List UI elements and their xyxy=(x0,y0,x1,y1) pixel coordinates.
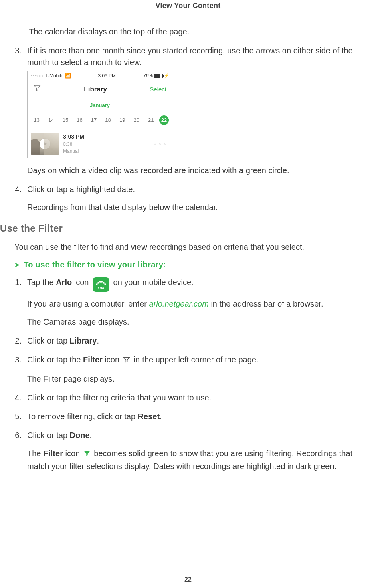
battery-icon xyxy=(154,74,163,78)
list-text: If it is more than one month since you s… xyxy=(27,45,364,68)
day-cell-active[interactable]: 22 xyxy=(159,115,169,125)
carrier-label: T-Mobile xyxy=(45,73,63,79)
video-thumbnail[interactable] xyxy=(31,133,59,155)
wifi-icon: 📶 xyxy=(65,73,71,79)
list-number: 4. xyxy=(12,184,27,195)
list-text: Days on which a video clip was recorded … xyxy=(27,165,364,176)
list-item: 6. Click or tap Done. The Filter icon be… xyxy=(12,430,364,472)
list-number: 5. xyxy=(12,411,27,422)
clip-duration: 0:38 xyxy=(63,141,84,148)
day-cell[interactable]: 16 xyxy=(74,117,86,124)
clip-time: 3:03 PM xyxy=(63,133,84,141)
day-cell[interactable]: 19 xyxy=(116,117,128,124)
day-cell[interactable]: 18 xyxy=(102,117,114,124)
list-text: Click or tap the Filter icon in the uppe… xyxy=(27,354,364,367)
task-heading: ➤ To use the filter to view your library… xyxy=(14,260,364,269)
day-cell[interactable]: 15 xyxy=(59,117,71,124)
page-header: View Your Content xyxy=(12,0,364,10)
list-number: 1. xyxy=(12,277,27,288)
chevron-right-icon: ➤ xyxy=(14,262,20,268)
screen-title: Library xyxy=(84,85,107,95)
list-number: 6. xyxy=(12,430,27,441)
list-number: 3. xyxy=(12,354,27,366)
more-icon[interactable]: ○ ○ ○ xyxy=(154,141,169,147)
list-text: To remove filtering, click or tap Reset. xyxy=(27,411,364,422)
list-item: 1. Tap the Arlo icon arlo on your mobile… xyxy=(12,277,364,328)
signal-dots-icon: •••○○ xyxy=(31,73,44,79)
battery-percent: 76% xyxy=(143,73,153,79)
screenshot-library: •••○○ T-Mobile 📶 3:06 PM 76%⚡ Library Se… xyxy=(27,71,172,158)
month-label[interactable]: January xyxy=(28,99,172,112)
list-number: 2. xyxy=(12,335,27,347)
list-text: Tap the Arlo icon arlo on your mobile de… xyxy=(27,277,364,292)
list-text: Click or tap a highlighted date. xyxy=(27,184,364,195)
list-text: Click or tap Library. xyxy=(27,335,364,347)
list-sub: The Filter icon becomes solid green to s… xyxy=(27,448,364,472)
list-item: 3. If it is more than one month since yo… xyxy=(12,45,364,176)
arlo-app-icon: arlo xyxy=(93,277,109,292)
list-number: 3. xyxy=(12,45,27,57)
day-cell[interactable]: 14 xyxy=(45,117,57,124)
funnel-icon[interactable] xyxy=(33,83,41,95)
list-item: 3. Click or tap the Filter icon in the u… xyxy=(12,354,364,385)
section-heading: Use the Filter xyxy=(0,223,364,234)
clip-source: Manual xyxy=(63,148,84,155)
list-item: 2. Click or tap Library. xyxy=(12,335,364,347)
list-item: 4. Click or tap a highlighted date. Reco… xyxy=(12,184,364,213)
play-icon[interactable] xyxy=(40,139,50,149)
page-number: 22 xyxy=(0,576,376,583)
recording-row[interactable]: 3:03 PM 0:38 Manual ○ ○ ○ xyxy=(28,129,172,158)
list-text: Click or tap Done. xyxy=(27,430,364,441)
select-button[interactable]: Select xyxy=(150,85,166,94)
list-number: 4. xyxy=(12,392,27,404)
list-item: 4. Click or tap the filtering criteria t… xyxy=(12,392,364,404)
day-cell[interactable]: 20 xyxy=(131,117,143,124)
list-sub: If you are using a computer, enter arlo.… xyxy=(27,298,364,310)
day-cell[interactable]: 21 xyxy=(145,117,157,124)
day-cell[interactable]: 17 xyxy=(88,117,100,124)
charging-icon: ⚡ xyxy=(164,73,169,79)
list-text: Click or tap the filtering criteria that… xyxy=(27,392,364,404)
list-sub: The Cameras page displays. xyxy=(27,316,364,328)
paragraph: You can use the filter to find and view … xyxy=(14,241,364,253)
list-sub: Recordings from that date display below … xyxy=(27,202,364,213)
task-label: To use the filter to view your library: xyxy=(24,260,166,269)
list-sub: The Filter page displays. xyxy=(27,373,364,385)
paragraph: The calendar displays on the top of the … xyxy=(29,26,364,38)
day-strip: 13 14 15 16 17 18 19 20 21 22 xyxy=(28,112,172,129)
day-cell[interactable]: 13 xyxy=(31,117,43,124)
list-item: 5. To remove filtering, click or tap Res… xyxy=(12,411,364,422)
url-text: arlo.netgear.com xyxy=(149,299,209,308)
status-time: 3:06 PM xyxy=(98,73,116,79)
funnel-icon xyxy=(123,355,131,367)
funnel-solid-icon xyxy=(83,449,91,461)
